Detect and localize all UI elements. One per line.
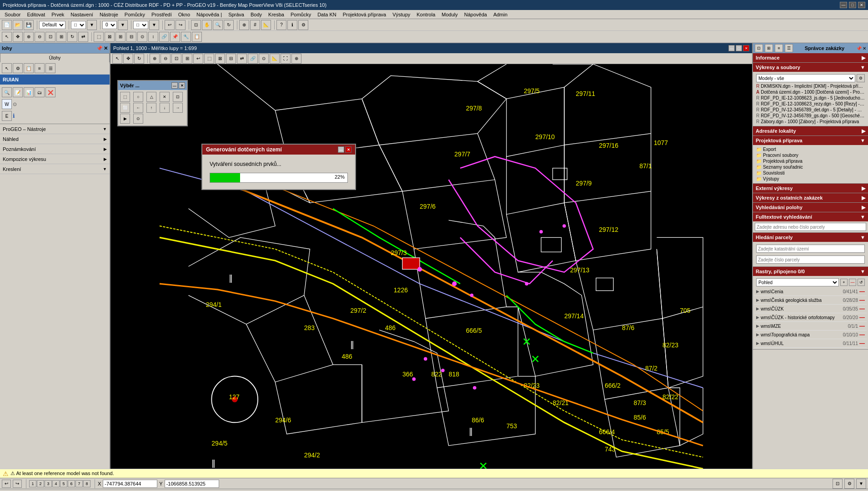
- pohled-dropdown[interactable]: Pohled: [756, 278, 839, 286]
- tb-b3[interactable]: ▼: [149, 20, 159, 30]
- map-win-close[interactable]: ✕: [743, 45, 749, 51]
- rastry-refresh[interactable]: ↺: [858, 279, 865, 286]
- raster-geol-minus[interactable]: —: [859, 297, 865, 303]
- file-item-rdf3[interactable]: R RDF_PD_IV-12-3456789_det.dgn - 5 [Deta…: [754, 107, 867, 113]
- sel-btn-move[interactable]: ⬜: [120, 103, 130, 113]
- menu-sprava[interactable]: Správa: [226, 11, 247, 18]
- minimize-button[interactable]: —: [840, 2, 847, 8]
- sel-dialog-close[interactable]: ✕: [179, 82, 185, 89]
- tb2-rotate[interactable]: ↻: [67, 32, 77, 42]
- models-dropdown[interactable]: Modely - vše: [756, 74, 855, 82]
- map-win-max[interactable]: □: [736, 45, 742, 51]
- sel-btn-extra[interactable]: ⊙: [133, 114, 143, 124]
- coord-btn1[interactable]: ↩: [2, 480, 11, 488]
- menu-kresba[interactable]: Kresba: [266, 11, 287, 18]
- tb2-b7[interactable]: 🔗: [159, 32, 169, 42]
- page-5[interactable]: 5: [60, 480, 67, 487]
- file-item-rdf2[interactable]: R RDF_PD_IE-12-1008623_rezy.dgn - 500 [Ř…: [754, 101, 867, 107]
- raster-topo[interactable]: ▶ wms\Topografická mapa 0/10/10 —: [754, 331, 867, 339]
- tree-souvislosti[interactable]: 📁 Souvislosti: [754, 170, 867, 176]
- menu-pomucky[interactable]: Pomůcky: [122, 11, 148, 18]
- tb-b2[interactable]: ▼: [118, 20, 128, 30]
- ruian-header[interactable]: RUIAN: [0, 75, 110, 85]
- raster-cuzk[interactable]: ▶ wms\ČÚZK 0/35/35 —: [754, 305, 867, 313]
- menu-nastaveni[interactable]: Nastavení: [68, 11, 96, 18]
- map-tb-extra3[interactable]: ⊕: [291, 54, 301, 64]
- rp-close[interactable]: ✕: [863, 46, 866, 51]
- coord-settings2[interactable]: ⚙: [844, 479, 854, 489]
- tb2-pointer[interactable]: ↖: [2, 32, 12, 42]
- coord-btn2[interactable]: ↪: [13, 480, 22, 488]
- map-tb-extra1[interactable]: 📐: [270, 54, 280, 64]
- menu-body[interactable]: Body: [248, 11, 265, 18]
- raster-hist[interactable]: ▶ wms\ČÚZK - historické ortofotomapy 0/2…: [754, 313, 867, 322]
- rp-btn3[interactable]: ≡: [775, 44, 783, 52]
- left-panel-close[interactable]: ✕: [104, 45, 108, 51]
- tb-undo[interactable]: ↩: [165, 20, 175, 30]
- menu-vystupy[interactable]: Výstupy: [390, 11, 413, 18]
- tb2-b5[interactable]: ⊙: [137, 32, 147, 42]
- map-tb-copy[interactable]: ⊟: [226, 54, 236, 64]
- raster-uhul-minus[interactable]: —: [859, 340, 865, 346]
- tb2-b6[interactable]: ↕: [148, 32, 158, 42]
- map-tb-snap2[interactable]: ⊙: [259, 54, 269, 64]
- tb-select[interactable]: ⊡: [191, 20, 201, 30]
- adresy-header[interactable]: Adresáře lokality ▶: [753, 126, 868, 135]
- sel-btn-up[interactable]: ↑: [146, 103, 156, 113]
- rastry-remove[interactable]: —: [849, 279, 856, 286]
- tb2-zoomin[interactable]: ⊕: [24, 32, 34, 42]
- rp-btn2[interactable]: ⊞: [765, 44, 773, 52]
- sel-btn-cross[interactable]: ✕: [160, 92, 170, 102]
- vyhledavani-header[interactable]: Vyhledávání polohy ▶: [753, 203, 868, 212]
- tb-rotate[interactable]: ↻: [224, 20, 234, 30]
- map-tb-arrow[interactable]: ↖: [112, 54, 122, 64]
- menu-pomucky2[interactable]: Pomůcky: [288, 11, 314, 18]
- file-item-zabory[interactable]: R Zábory.dgn - 1000 [Zábory] - Projektov…: [754, 119, 867, 125]
- tb-help[interactable]: ?: [276, 20, 286, 30]
- menu-kontrola[interactable]: Kontrola: [414, 11, 438, 18]
- sel-btn-right[interactable]: →: [173, 103, 183, 113]
- map-tb-area[interactable]: ⬚: [204, 54, 214, 64]
- nav-kresleni[interactable]: Kreslení ▼: [0, 164, 110, 174]
- raster-geol[interactable]: ▶ wms\Česká geologická služba 0/28/28 —: [754, 296, 867, 305]
- fulltext-input[interactable]: [755, 223, 866, 231]
- tb2-b3[interactable]: ⊞: [115, 32, 125, 42]
- file-item-dkmiskn[interactable]: R DKMISKN.dgn - Implicitní [DKM] - Proje…: [754, 83, 867, 89]
- projektova-header[interactable]: Projektová příprava ▼: [753, 136, 868, 145]
- map-tb-zoomin[interactable]: ⊕: [150, 54, 160, 64]
- lp-btn4[interactable]: ≡: [35, 63, 45, 73]
- x-input[interactable]: [103, 480, 157, 488]
- map-tb-rotate[interactable]: ↻: [134, 54, 144, 64]
- tb-snap[interactable]: ⊕: [239, 20, 249, 30]
- tree-export[interactable]: 📁 Export: [754, 146, 867, 152]
- coord-settings3[interactable]: ▼: [856, 479, 866, 489]
- map-win-min[interactable]: —: [728, 45, 735, 51]
- lp-btn2[interactable]: ⚙: [13, 63, 23, 73]
- menu-datakn[interactable]: Data KN: [315, 11, 339, 18]
- tree-pp[interactable]: 📁 Projektová příprava: [754, 158, 867, 164]
- tb2-sync[interactable]: ⇄: [78, 32, 88, 42]
- menu-soubor[interactable]: Soubor: [2, 11, 23, 18]
- map-tb-fit[interactable]: ⊡: [171, 54, 181, 64]
- rastry-add[interactable]: +: [840, 279, 848, 286]
- informace-header[interactable]: Informace ▶: [753, 53, 868, 62]
- file-item-rdf1[interactable]: R RDF_PD_IE-12-1008623_js.dgn - 5 [Jedno…: [754, 95, 867, 101]
- raster-cenia-minus[interactable]: —: [859, 288, 865, 295]
- menu-moduly[interactable]: Moduly: [439, 11, 460, 18]
- menu-nastroje[interactable]: Nástroje: [97, 11, 121, 18]
- map-area[interactable]: Pohled 1, 1000 - Měřítko lupy = 1:699 — …: [110, 43, 752, 469]
- menu-napoveda1[interactable]: Nápověda |: [194, 11, 225, 18]
- tree-seznamy[interactable]: 📁 Seznamy souřadnic: [754, 164, 867, 170]
- tb-redo[interactable]: ↪: [176, 20, 186, 30]
- page-7[interactable]: 7: [75, 480, 83, 487]
- raster-cenia[interactable]: ▶ wms\Cenia 0/41/41 —: [754, 287, 867, 296]
- raster-uhul[interactable]: ▶ wms\ÚHUL 0/11/11 —: [754, 339, 867, 348]
- file-item-rdf4[interactable]: R RDF_PD_IV-12-3456789_gs.dgn - 500 [Geo…: [754, 113, 867, 119]
- map-tb-pan[interactable]: ✥: [123, 54, 133, 64]
- raster-mze-minus[interactable]: —: [859, 323, 865, 329]
- map-tb-pan2[interactable]: ⊠: [215, 54, 225, 64]
- coord-settings1[interactable]: ⊡: [833, 479, 843, 489]
- layer-select[interactable]: Default: [39, 21, 65, 29]
- map-tb-extra2[interactable]: ⛶: [281, 54, 291, 64]
- lp-btn5[interactable]: ☰: [45, 63, 55, 73]
